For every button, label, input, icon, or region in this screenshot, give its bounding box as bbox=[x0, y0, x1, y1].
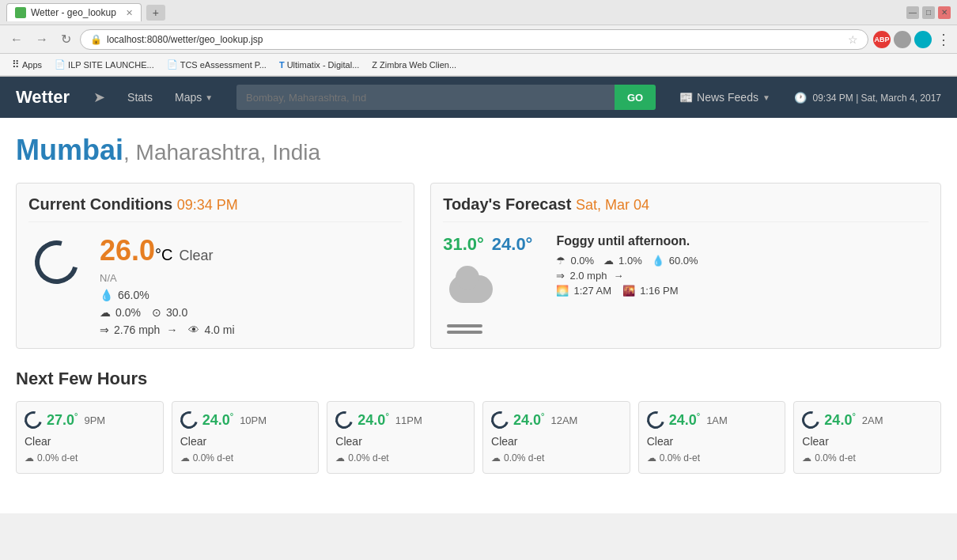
hour-detail: ☁ 0.0% d-et bbox=[335, 452, 466, 464]
temp-high: 31.0° bbox=[443, 234, 484, 255]
hour-condition: Clear bbox=[180, 435, 311, 448]
hour-cloud-icon: ☁ bbox=[647, 452, 656, 464]
hour-header: 24.0° 11PM bbox=[335, 411, 466, 429]
maximize-button[interactable]: □ bbox=[922, 6, 935, 19]
main-content: Mumbai, Maharashtra, India Current Condi… bbox=[0, 118, 957, 513]
maps-label: Maps bbox=[175, 91, 202, 104]
hour-cloud-icon: ☁ bbox=[491, 452, 501, 464]
hour-header: 24.0° 12AM bbox=[491, 411, 622, 429]
hour-header: 24.0° 2AM bbox=[802, 411, 932, 429]
forecast-wind-dir: → bbox=[613, 270, 623, 282]
bookmark-apps[interactable]: ⠿ Apps bbox=[6, 57, 47, 72]
back-button[interactable]: ← bbox=[6, 31, 27, 48]
stats-link[interactable]: Stats bbox=[121, 88, 159, 107]
address-input-container[interactable]: 🔒 localhost:8080/wetter/geo_lookup.jsp ☆ bbox=[80, 29, 868, 50]
apps-grid-icon: ⠿ bbox=[12, 59, 20, 70]
humidity-icon: 💧 bbox=[100, 289, 113, 301]
news-feeds-dropdown[interactable]: 📰 News Feeds ▼ bbox=[679, 91, 770, 104]
haze-line-1 bbox=[447, 324, 482, 327]
hour-card: 24.0° 12AM Clear ☁ 0.0% d-et bbox=[482, 401, 630, 474]
temp-low: 24.0° bbox=[492, 234, 533, 255]
bookmark-ultimatix[interactable]: T Ultimatix - Digital... bbox=[274, 59, 365, 71]
refresh-button[interactable]: ↻ bbox=[57, 30, 75, 48]
zimbra-label: Zimbra Web Clien... bbox=[380, 60, 456, 70]
bookmark-ilp[interactable]: 📄 ILP SITE LAUNCHE... bbox=[49, 58, 160, 71]
hour-detail: ☁ 0.0% d-et bbox=[802, 452, 932, 464]
address-bar: ← → ↻ 🔒 localhost:8080/wetter/geo_lookup… bbox=[0, 25, 957, 54]
forecast-wind-row: ⇒ 2.0 mph → bbox=[556, 270, 929, 282]
hour-time: 1AM bbox=[706, 414, 728, 426]
browser-tab[interactable]: Wetter - geo_lookup ✕ bbox=[6, 3, 142, 21]
hour-detail-value: 0.0% d-et bbox=[348, 452, 388, 464]
time-label: 09:34 PM | Sat, March 4, 2017 bbox=[812, 93, 941, 104]
forecast-condition: Foggy until afternoon. bbox=[556, 234, 929, 248]
clock-icon: 🕐 bbox=[794, 92, 807, 104]
location-icon[interactable]: ➤ bbox=[93, 89, 105, 106]
hour-moon-icon bbox=[332, 408, 356, 432]
hour-time: 10PM bbox=[240, 414, 267, 426]
current-conditions-time: 09:34 PM bbox=[177, 197, 238, 213]
tab-close-button[interactable]: ✕ bbox=[126, 8, 133, 18]
forecast-left: 31.0° 24.0° bbox=[443, 234, 532, 334]
bookmark-zimbra[interactable]: Z Zimbra Web Clien... bbox=[366, 59, 462, 71]
extension-icons: ABP bbox=[873, 31, 932, 48]
forecast-header: Today's Forecast Sat, Mar 04 bbox=[443, 195, 929, 222]
conditions-body: 26.0°C Clear N/A 💧 66.0% ☁ 0.0% ⊙ 30.0 bbox=[28, 234, 402, 336]
address-icons: ☆ bbox=[848, 33, 858, 46]
sunrise-time: 1:27 AM bbox=[573, 285, 611, 297]
cloud-icon: ☁ bbox=[100, 306, 111, 319]
doc-icon-ilp: 📄 bbox=[55, 59, 66, 70]
app-navigation: Wetter ➤ Stats Maps ▼ GO 📰 News Feeds ▼ … bbox=[0, 77, 957, 118]
ext-icon-2[interactable] bbox=[914, 31, 932, 48]
browser-chrome: Wetter - geo_lookup ✕ + — □ ✕ ← → ↻ 🔒 lo… bbox=[0, 0, 957, 77]
forward-button[interactable]: → bbox=[32, 31, 52, 48]
city-search-input[interactable] bbox=[236, 85, 615, 110]
hour-condition: Clear bbox=[25, 435, 155, 448]
hour-temp: 24.0° bbox=[202, 411, 233, 429]
address-text: localhost:8080/wetter/geo_lookup.jsp bbox=[107, 34, 843, 45]
new-tab-button[interactable]: + bbox=[146, 5, 165, 21]
sunrise-sunset-row: 🌅 1:27 AM 🌇 1:16 PM bbox=[556, 285, 929, 297]
humidity-row: 💧 66.0% bbox=[100, 289, 402, 301]
close-window-button[interactable]: ✕ bbox=[938, 6, 951, 19]
forecast-card: Today's Forecast Sat, Mar 04 31.0° 24.0° bbox=[430, 183, 941, 349]
weather-cards-row: Current Conditions 09:34 PM 26.0°C Clear… bbox=[16, 183, 941, 349]
condition-text: Clear bbox=[180, 248, 214, 264]
bookmark-tcs[interactable]: 📄 TCS eAssessment P... bbox=[161, 58, 272, 71]
pressure-value: 30.0 bbox=[166, 306, 187, 319]
city-heading: Mumbai, Maharashtra, India bbox=[16, 134, 941, 167]
hour-header: 24.0° 10PM bbox=[180, 411, 311, 429]
ultimatix-label: Ultimatix - Digital... bbox=[287, 60, 360, 70]
lock-icon: 🔒 bbox=[90, 34, 102, 45]
tcs-label: TCS eAssessment P... bbox=[180, 60, 267, 70]
hour-time: 11PM bbox=[395, 414, 422, 426]
hour-card: 24.0° 11PM Clear ☁ 0.0% d-et bbox=[327, 401, 475, 474]
hour-cloud-icon: ☁ bbox=[335, 452, 345, 464]
more-options-button[interactable]: ⋮ bbox=[936, 31, 951, 48]
ilp-label: ILP SITE LAUNCHE... bbox=[68, 60, 154, 70]
current-weather-icon bbox=[28, 234, 84, 289]
moon-crescent-icon bbox=[26, 232, 85, 291]
star-icon[interactable]: ☆ bbox=[848, 33, 858, 46]
go-button[interactable]: GO bbox=[615, 85, 656, 110]
news-feeds-label: News Feeds bbox=[697, 91, 758, 104]
hour-temp: 24.0° bbox=[669, 411, 700, 429]
city-region: , Maharashtra, India bbox=[123, 140, 320, 165]
search-area: GO bbox=[236, 85, 656, 110]
apps-label: Apps bbox=[22, 60, 42, 70]
hour-card: 24.0° 2AM Clear ☁ 0.0% d-et bbox=[793, 401, 941, 474]
hour-card: 24.0° 1AM Clear ☁ 0.0% d-et bbox=[638, 401, 786, 474]
haze-icon-container bbox=[443, 324, 532, 334]
minimize-button[interactable]: — bbox=[906, 6, 919, 19]
ext-icon-1[interactable] bbox=[894, 31, 911, 48]
hour-moon-icon bbox=[21, 408, 45, 432]
hour-detail: ☁ 0.0% d-et bbox=[180, 452, 311, 464]
haze-line-2 bbox=[447, 331, 482, 334]
maps-dropdown[interactable]: Maps ▼ bbox=[175, 91, 213, 104]
hour-header: 24.0° 1AM bbox=[647, 411, 777, 429]
forecast-wind-speed: 2.0 mph bbox=[569, 270, 607, 282]
snow-chance: 1.0% bbox=[618, 255, 642, 267]
hour-condition: Clear bbox=[335, 435, 466, 448]
humidity-value: 66.0% bbox=[118, 289, 149, 301]
adblock-icon[interactable]: ABP bbox=[873, 31, 891, 48]
